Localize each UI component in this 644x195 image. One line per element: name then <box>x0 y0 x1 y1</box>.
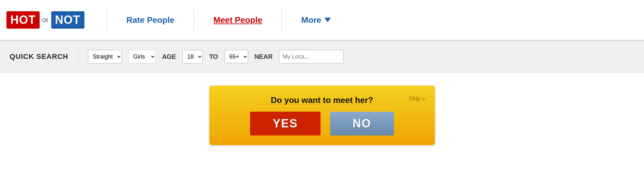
nav-rate-people[interactable]: Rate People <box>127 15 175 25</box>
age-to-select[interactable]: 65+ <box>225 50 248 63</box>
logo-not: NOT <box>51 11 84 29</box>
logo-hot: HOT <box>6 11 40 29</box>
header: HOT or NOT Rate People Meet People More <box>0 0 644 41</box>
logo: HOT or NOT <box>6 11 84 29</box>
quick-search-label: QUICK SEARCH <box>10 52 68 61</box>
nav-divider <box>107 9 107 31</box>
quick-search-bar: QUICK SEARCH Straight Gay Bi Girls Guys … <box>0 41 644 73</box>
nav-more-label: More <box>301 15 321 25</box>
gender-select[interactable]: Girls Guys <box>128 50 156 63</box>
nav-meet-people[interactable]: Meet People <box>213 15 262 25</box>
search-bar-divider <box>78 47 78 66</box>
nav-divider-3 <box>282 9 282 31</box>
age-from-select[interactable]: 18 <box>182 50 203 63</box>
yes-button[interactable]: YES <box>250 112 320 135</box>
chevron-down-icon <box>324 18 331 22</box>
location-input[interactable] <box>279 50 343 63</box>
nav-divider-2 <box>194 9 194 31</box>
no-button[interactable]: NO <box>330 112 394 135</box>
meet-buttons: YES NO <box>250 112 394 135</box>
skip-link[interactable]: Skip » <box>409 95 425 102</box>
near-label: NEAR <box>255 53 273 60</box>
nav-more[interactable]: More <box>301 15 331 25</box>
orientation-select[interactable]: Straight Gay Bi <box>88 50 122 63</box>
meet-question: Do you want to meet her? <box>271 95 373 105</box>
to-label: TO <box>209 53 218 60</box>
meet-section: Skip » Do you want to meet her? YES NO <box>0 73 644 158</box>
age-label: AGE <box>162 53 176 60</box>
meet-card: Skip » Do you want to meet her? YES NO <box>209 86 435 145</box>
logo-or: or <box>42 16 49 24</box>
